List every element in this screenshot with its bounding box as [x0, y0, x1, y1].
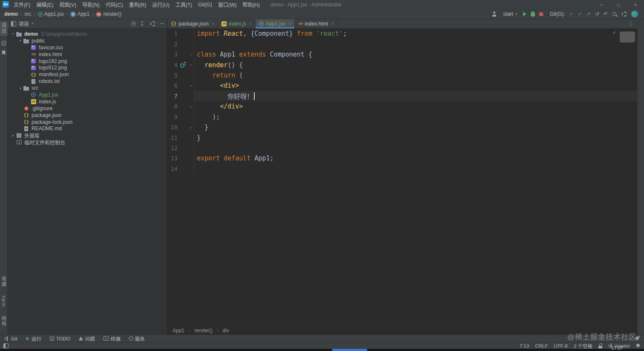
- tree-item[interactable]: ▾demoD:\playground\demo: [8, 31, 167, 37]
- editor[interactable]: 1import React, {Component} from 'react';…: [167, 29, 637, 326]
- line-number[interactable]: 12: [167, 145, 179, 151]
- bottom-tool-button[interactable]: Git: [4, 336, 17, 341]
- line-number[interactable]: 4: [167, 62, 179, 68]
- maximize-button[interactable]: □: [610, 0, 627, 9]
- tool-stripe-item[interactable]: 结构: [0, 314, 8, 328]
- tree-item[interactable]: manifest.json: [8, 71, 167, 78]
- editor-breadcrumb-item[interactable]: App1: [172, 328, 184, 334]
- close-icon[interactable]: ×: [289, 22, 291, 26]
- fold-marker[interactable]: [188, 132, 194, 143]
- fold-marker[interactable]: [188, 112, 194, 122]
- tree-item[interactable]: ▾src: [8, 85, 167, 91]
- code-line[interactable]: 12: [167, 143, 637, 153]
- tree-item[interactable]: 临时文件和控制台: [8, 139, 167, 146]
- fold-marker[interactable]: ▴: [188, 122, 194, 132]
- tab-options-button[interactable]: ⋮: [624, 19, 637, 28]
- tree-item[interactable]: ▸外部库: [8, 132, 167, 139]
- code-line[interactable]: 13export default App1;: [167, 153, 637, 163]
- fold-marker[interactable]: [188, 39, 194, 49]
- hide-button[interactable]: ─: [161, 21, 164, 26]
- inspection-ok-icon[interactable]: ✓: [612, 30, 617, 36]
- fold-marker[interactable]: [188, 153, 194, 163]
- menu-item[interactable]: Git(G): [195, 0, 215, 9]
- toolwindow-toggle-button[interactable]: [3, 343, 9, 348]
- breadcrumb-item[interactable]: App1.jsx: [37, 11, 65, 17]
- fold-marker[interactable]: [188, 143, 194, 153]
- menu-item[interactable]: 导航(N): [79, 0, 103, 9]
- status-widget[interactable]: UTF-8: [554, 343, 568, 348]
- breadcrumb-item[interactable]: src: [23, 11, 32, 17]
- settings-button[interactable]: [150, 21, 155, 26]
- tree-item[interactable]: package-lock.json: [8, 119, 167, 126]
- run-config-selector[interactable]: start▾: [501, 11, 518, 17]
- code-line[interactable]: 3▾class App1 extends Component {: [167, 49, 637, 60]
- line-number[interactable]: 14: [167, 166, 179, 172]
- fold-marker[interactable]: ▴: [188, 101, 194, 111]
- code-line[interactable]: 7 你好呀！: [167, 91, 637, 101]
- codewithme-button[interactable]: [492, 11, 497, 17]
- line-number[interactable]: 9: [167, 114, 179, 120]
- editor-breadcrumb-item[interactable]: div: [222, 328, 229, 334]
- tool-stripe-item[interactable]: [2, 51, 6, 55]
- menu-item[interactable]: 编辑(E): [33, 0, 56, 9]
- editor-tab[interactable]: App1.jsx×: [256, 19, 295, 28]
- fold-marker[interactable]: [188, 164, 194, 174]
- menu-item[interactable]: 视图(V): [56, 0, 79, 9]
- stop-button[interactable]: [539, 12, 543, 16]
- tree-item[interactable]: logo512.png: [8, 64, 167, 71]
- status-widget[interactable]: 2 个空格: [574, 342, 592, 349]
- update-button[interactable]: ✓: [569, 11, 574, 17]
- fold-marker[interactable]: ▾: [188, 80, 194, 91]
- user-avatar[interactable]: [631, 11, 638, 17]
- code-line[interactable]: 8▴ </div>: [167, 101, 637, 111]
- menu-item[interactable]: 窗口(W): [215, 0, 239, 9]
- line-number[interactable]: 2: [167, 41, 179, 48]
- fold-marker[interactable]: ▾: [188, 60, 194, 70]
- status-widget[interactable]: 7:13: [520, 343, 529, 348]
- close-icon[interactable]: ×: [212, 22, 214, 26]
- status-widget[interactable]: [598, 343, 602, 348]
- bottom-tool-button[interactable]: 终端: [104, 335, 121, 342]
- debug-button[interactable]: [531, 11, 535, 17]
- line-number[interactable]: 13: [167, 155, 179, 162]
- menu-item[interactable]: 文件(F): [11, 0, 33, 9]
- code-line[interactable]: 14: [167, 164, 637, 174]
- code-line[interactable]: 1import React, {Component} from 'react';: [167, 29, 637, 39]
- tree-item[interactable]: package.json: [8, 112, 167, 119]
- line-number[interactable]: 7: [167, 93, 179, 100]
- fold-marker[interactable]: ▾: [188, 49, 194, 60]
- tree-item[interactable]: ▾public: [8, 37, 167, 44]
- code-line[interactable]: 5 return (: [167, 70, 637, 80]
- editor-scrollbar-thumb[interactable]: [620, 31, 635, 43]
- tool-stripe-item[interactable]: [2, 41, 6, 46]
- collapse-all-button[interactable]: [141, 21, 145, 26]
- line-number[interactable]: 5: [167, 72, 179, 79]
- commit-button[interactable]: ✓: [578, 11, 582, 17]
- bottom-tool-button[interactable]: TODO: [50, 336, 70, 341]
- line-number[interactable]: 3: [167, 51, 179, 58]
- code-line[interactable]: 9 );: [167, 112, 637, 122]
- menu-item[interactable]: 帮助(H): [239, 0, 263, 9]
- locate-button[interactable]: [131, 21, 136, 26]
- chevron-down-icon[interactable]: ▾: [32, 22, 33, 26]
- settings-button[interactable]: [622, 11, 627, 17]
- push-button[interactable]: ↗: [586, 11, 591, 17]
- fold-marker[interactable]: [188, 29, 194, 39]
- tool-stripe-item[interactable]: npm: [1, 294, 7, 309]
- code-line[interactable]: 6▾ <div>: [167, 80, 637, 91]
- breadcrumb-item[interactable]: CApp1: [69, 11, 90, 17]
- tree-item[interactable]: logo192.png: [8, 58, 167, 65]
- editor-tab[interactable]: index.html×: [295, 19, 337, 28]
- code-line[interactable]: 11}: [167, 132, 637, 143]
- code-line[interactable]: 10▴ }: [167, 122, 637, 132]
- menu-item[interactable]: 工具(T): [172, 0, 195, 9]
- close-icon[interactable]: ×: [250, 22, 252, 26]
- tree-item[interactable]: README.md: [8, 125, 167, 132]
- run-button[interactable]: [523, 12, 526, 16]
- menu-item[interactable]: 重构(R): [126, 0, 150, 9]
- history-button[interactable]: ↺: [595, 11, 599, 17]
- breadcrumb-item[interactable]: mrender(): [95, 11, 122, 17]
- bottom-tool-button[interactable]: 运行: [26, 335, 41, 342]
- tool-stripe-item[interactable]: 项目: [0, 21, 8, 36]
- search-button[interactable]: [612, 11, 618, 17]
